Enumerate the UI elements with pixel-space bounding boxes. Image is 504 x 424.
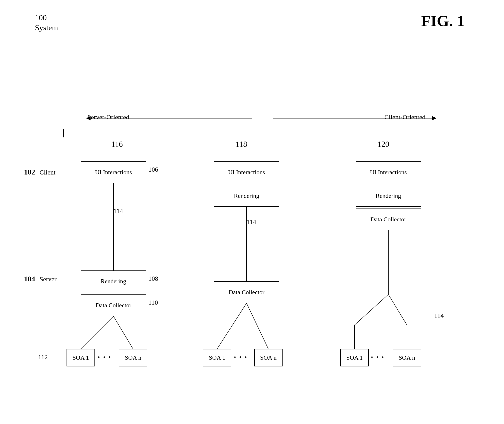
col3-soa1-label: SOA 1: [346, 354, 363, 361]
col1-ui-interactions-label: UI Interactions: [95, 169, 132, 176]
svg-line-9: [246, 303, 268, 349]
system-reference: 100 System: [35, 13, 58, 32]
ref-114-col3: 114: [434, 312, 444, 319]
col2-datacollector-box: Data Collector: [214, 281, 279, 303]
ref-112: 112: [38, 353, 48, 361]
col2-rendering-box: Rendering: [214, 185, 279, 207]
col2-soan-box: SOA n: [254, 349, 283, 366]
client-oriented-label: Client-Oriented: [384, 113, 425, 121]
system-ref-number: 100: [35, 13, 58, 22]
ref-114-col1: 114: [113, 207, 123, 215]
bracket-right-vert: [458, 129, 458, 137]
col1-number: 116: [111, 140, 123, 149]
col1-soa1-label: SOA 1: [72, 354, 89, 361]
col3-number: 120: [378, 140, 389, 149]
col3-soan-label: SOA n: [399, 354, 415, 361]
svg-line-11: [354, 294, 388, 325]
col1-datacollector-label: Data Collector: [95, 302, 131, 309]
svg-line-5: [81, 316, 113, 349]
col1-dots: • • •: [98, 354, 112, 361]
col2-soa1-label: SOA 1: [209, 354, 225, 361]
figure-title: FIG. 1: [421, 12, 465, 30]
col1-rendering-label: Rendering: [101, 278, 126, 285]
client-row-label: 102 Client: [24, 168, 55, 176]
col3-ui-interactions-box: UI Interactions: [356, 161, 421, 183]
col2-ui-interactions-label: UI Interactions: [228, 169, 265, 176]
col1-soa1-box: SOA 1: [67, 349, 95, 366]
orientation-bar: Server-Oriented Client-Oriented: [48, 113, 460, 126]
dashed-separator: [22, 262, 491, 262]
col1-ui-interactions-box: UI Interactions: [81, 161, 146, 183]
ref-108: 108: [148, 275, 158, 282]
bracket-left-vert: [63, 129, 64, 137]
col1-soan-box: SOA n: [119, 349, 147, 366]
col2-number: 118: [236, 140, 247, 149]
col3-rendering-label: Rendering: [376, 192, 401, 199]
svg-line-6: [113, 316, 133, 349]
server-oriented-label: Server-Oriented: [87, 113, 129, 121]
col1-datacollector-box: Data Collector: [81, 294, 146, 316]
col2-ui-interactions-box: UI Interactions: [214, 161, 279, 183]
col2-soan-label: SOA n: [260, 354, 277, 361]
col2-datacollector-label: Data Collector: [229, 289, 265, 296]
client-row-num: 102: [24, 168, 35, 176]
col3-soan-box: SOA n: [393, 349, 421, 366]
col2-soa1-box: SOA 1: [203, 349, 231, 366]
col3-soa1-box: SOA 1: [340, 349, 369, 366]
col3-dots: • • •: [371, 354, 385, 361]
col2-dots: • • •: [234, 354, 248, 361]
svg-line-12: [388, 294, 407, 325]
col2-rendering-label: Rendering: [234, 192, 259, 199]
col3-ui-interactions-label: UI Interactions: [370, 169, 407, 176]
client-row-text: Client: [39, 168, 55, 176]
server-row-label: 104 Server: [24, 275, 57, 283]
ref-114-col2: 114: [246, 218, 256, 225]
server-row-text: Server: [39, 275, 57, 283]
col1-rendering-box: Rendering: [81, 270, 146, 292]
ref-110: 110: [148, 299, 158, 306]
ref-106: 106: [148, 166, 158, 173]
col3-datacollector-box: Data Collector: [356, 208, 421, 230]
bracket-line: [63, 129, 458, 129]
col1-soan-label: SOA n: [125, 354, 141, 361]
server-row-num: 104: [24, 275, 35, 283]
svg-line-8: [217, 303, 246, 349]
orientation-line: [87, 119, 417, 119]
col3-datacollector-label: Data Collector: [371, 216, 406, 223]
col3-rendering-box: Rendering: [356, 185, 421, 207]
system-label: System: [35, 23, 58, 32]
